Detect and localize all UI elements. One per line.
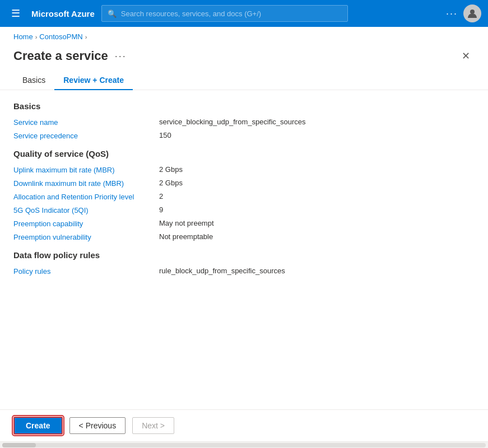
page-header: Create a service ··· ✕ bbox=[0, 43, 488, 64]
top-navigation: ☰ Microsoft Azure 🔍 ··· bbox=[0, 0, 488, 27]
previous-button[interactable]: < Previous bbox=[69, 417, 126, 434]
qos-section: Quality of service (QoS) Uplink maximum … bbox=[13, 149, 475, 241]
downlink-mbr-value: 2 Gbps bbox=[159, 179, 183, 187]
tab-review-create[interactable]: Review + Create bbox=[54, 71, 133, 90]
page-header-more-icon[interactable]: ··· bbox=[115, 50, 127, 62]
tab-bar: Basics Review + Create bbox=[0, 64, 488, 90]
scrollbar-track bbox=[2, 443, 486, 447]
create-button[interactable]: Create bbox=[13, 417, 63, 435]
main-container: Home › ContosoPMN › Create a service ···… bbox=[0, 27, 488, 448]
uplink-mbr-label: Uplink maximum bit rate (MBR) bbox=[13, 165, 159, 174]
service-name-label: Service name bbox=[13, 118, 159, 127]
preemption-capability-value: May not preempt bbox=[159, 219, 214, 227]
policy-rules-value: rule_block_udp_from_specific_sources bbox=[159, 267, 285, 275]
hamburger-menu-icon[interactable]: ☰ bbox=[7, 5, 25, 22]
service-precedence-label: Service precedence bbox=[13, 131, 159, 140]
topnav-more-icon[interactable]: ··· bbox=[446, 8, 458, 20]
bottom-scrollbar[interactable] bbox=[0, 441, 488, 448]
preemption-vulnerability-value: Not preemptable bbox=[159, 232, 213, 241]
field-policy-rules: Policy rules rule_block_udp_from_specifi… bbox=[13, 267, 475, 276]
user-avatar[interactable] bbox=[463, 4, 481, 22]
uplink-mbr-value: 2 Gbps bbox=[159, 165, 183, 174]
policy-section: Data flow policy rules Policy rules rule… bbox=[13, 250, 475, 276]
field-preemption-capability: Preemption capability May not preempt bbox=[13, 219, 475, 228]
close-button[interactable]: ✕ bbox=[457, 48, 475, 64]
5qi-label: 5G QoS Indicator (5QI) bbox=[13, 206, 159, 214]
breadcrumb-sep-2: › bbox=[85, 34, 87, 40]
downlink-mbr-label: Downlink maximum bit rate (MBR) bbox=[13, 179, 159, 188]
preemption-capability-label: Preemption capability bbox=[13, 219, 159, 228]
next-button: Next > bbox=[132, 417, 174, 434]
policy-rules-label: Policy rules bbox=[13, 267, 159, 276]
search-input[interactable] bbox=[121, 10, 342, 18]
5qi-value: 9 bbox=[159, 206, 163, 214]
field-service-name: Service name service_blocking_udp_from_s… bbox=[13, 118, 475, 127]
page-content: Basics Service name service_blocking_udp… bbox=[0, 90, 488, 409]
breadcrumb-sep-1: › bbox=[35, 34, 38, 40]
policy-section-title: Data flow policy rules bbox=[13, 250, 475, 260]
search-icon: 🔍 bbox=[108, 10, 117, 18]
svg-point-0 bbox=[470, 10, 475, 14]
service-precedence-value: 150 bbox=[159, 131, 171, 139]
tab-basics[interactable]: Basics bbox=[13, 71, 54, 90]
field-downlink-mbr: Downlink maximum bit rate (MBR) 2 Gbps bbox=[13, 179, 475, 188]
app-title: Microsoft Azure bbox=[31, 9, 95, 18]
basics-section-title: Basics bbox=[13, 101, 475, 111]
service-name-value: service_blocking_udp_from_specific_sourc… bbox=[159, 118, 306, 126]
breadcrumb: Home › ContosoPMN › bbox=[0, 27, 488, 43]
field-uplink-mbr: Uplink maximum bit rate (MBR) 2 Gbps bbox=[13, 165, 475, 174]
field-arp-level: Allocation and Retention Priority level … bbox=[13, 192, 475, 201]
basics-section: Basics Service name service_blocking_udp… bbox=[13, 101, 475, 140]
scrollbar-thumb bbox=[2, 443, 36, 447]
qos-section-title: Quality of service (QoS) bbox=[13, 149, 475, 158]
breadcrumb-home[interactable]: Home bbox=[13, 32, 33, 41]
page-title: Create a service bbox=[13, 49, 108, 63]
arp-level-label: Allocation and Retention Priority level bbox=[13, 192, 159, 201]
field-5qi: 5G QoS Indicator (5QI) 9 bbox=[13, 206, 475, 214]
topnav-right: ··· bbox=[446, 4, 481, 22]
search-bar[interactable]: 🔍 bbox=[101, 5, 348, 22]
field-service-precedence: Service precedence 150 bbox=[13, 131, 475, 140]
preemption-vulnerability-label: Preemption vulnerability bbox=[13, 232, 159, 241]
breadcrumb-contoso[interactable]: ContosoPMN bbox=[39, 32, 82, 41]
field-preemption-vulnerability: Preemption vulnerability Not preemptable bbox=[13, 232, 475, 241]
footer: Create < Previous Next > bbox=[0, 409, 488, 441]
arp-level-value: 2 bbox=[159, 192, 163, 200]
